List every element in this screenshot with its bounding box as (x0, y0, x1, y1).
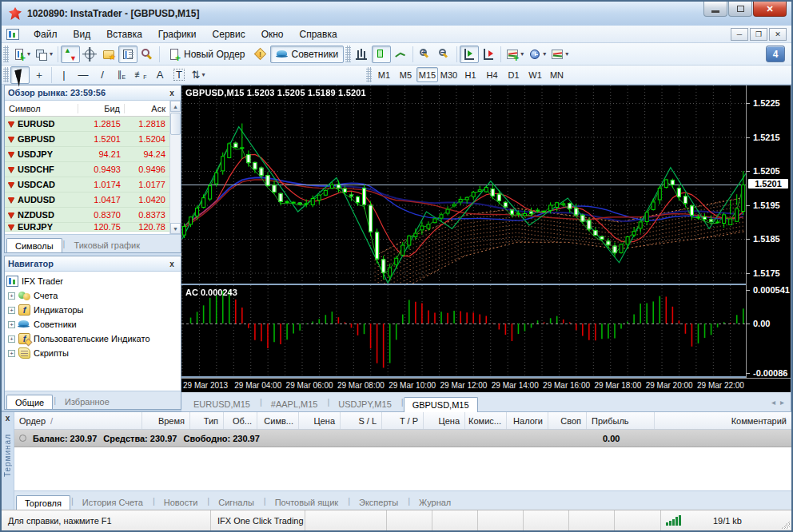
mdi-restore-button[interactable]: ❐ (750, 28, 767, 41)
chart-shift-button[interactable] (479, 46, 498, 63)
zoom-out-button[interactable] (435, 46, 454, 63)
market-watch-row[interactable]: EURJPY120.75120.78 (5, 223, 169, 232)
market-watch-toggle-button[interactable] (61, 46, 80, 63)
mailbox-notification-button[interactable]: 4 (766, 46, 785, 62)
expand-icon[interactable]: + (8, 307, 15, 314)
terminal-tab-журнал[interactable]: Журнал (410, 494, 460, 510)
terminal-column-0[interactable]: Ордер / (14, 412, 142, 429)
terminal-column-5[interactable]: Цена (299, 412, 341, 429)
navigator-toggle-button[interactable] (99, 46, 118, 63)
crosshair-tool-button[interactable]: ＋ (30, 66, 49, 84)
menu-item-сервис[interactable]: Сервис (205, 27, 253, 42)
candlestick-mode-button[interactable] (372, 46, 391, 63)
timeframe-button-m15[interactable]: M15 (416, 67, 438, 82)
terminal-tab-торговля[interactable]: Торговля (16, 495, 70, 510)
expand-icon[interactable]: + (8, 292, 15, 300)
market-watch-row[interactable]: EURUSD1.28151.2818 (5, 117, 169, 132)
terminal-tab-новости[interactable]: Новости (155, 494, 207, 510)
tree-item-scripts[interactable]: +Скрипты (6, 346, 179, 360)
tree-root[interactable]: IFX Trader (6, 274, 179, 288)
chart-tab-usdjpy-m15[interactable]: USDJPY,M15 (329, 396, 400, 411)
tree-item-accounts[interactable]: +Счета (6, 288, 179, 303)
market-watch-row[interactable]: USDJPY94.2194.24 (5, 147, 169, 162)
timeframe-button-m1[interactable]: M1 (373, 67, 395, 82)
terminal-tab-история-счета[interactable]: История Счета (74, 494, 152, 510)
terminal-toggle-button[interactable] (118, 46, 137, 63)
text-label-tool-button[interactable]: T (169, 66, 189, 84)
market-watch-row[interactable]: USDCHF0.94930.9496 (5, 162, 169, 177)
terminal-column-12[interactable]: Прибыль (587, 412, 655, 429)
chart-tab-#aapl-m15[interactable]: #AAPL,M15 (262, 396, 327, 411)
terminal-tab-сигналы[interactable]: Сигналы (209, 494, 263, 510)
terminal-column-6[interactable]: S / L (341, 412, 382, 429)
timeframe-button-h4[interactable]: H4 (481, 67, 503, 82)
line-chart-mode-button[interactable] (391, 46, 410, 63)
horizontal-line-tool-button[interactable]: — (74, 66, 93, 84)
menu-item-файл[interactable]: Файл (26, 27, 66, 42)
terminal-column-13[interactable]: Комментарий (655, 412, 791, 429)
terminal-column-10[interactable]: Налоги (507, 412, 548, 429)
timeframe-button-h1[interactable]: H1 (460, 67, 481, 82)
market-watch-row[interactable]: USDCAD1.01741.0177 (5, 177, 169, 193)
market-watch-row[interactable]: AUDUSD1.04171.0420 (5, 193, 169, 208)
new-order-button[interactable]: +Новый Ордер (162, 46, 250, 63)
timeframe-button-mn[interactable]: MN (546, 67, 568, 82)
timeframe-button-m30[interactable]: M30 (438, 67, 460, 82)
tree-item-custom-indicators[interactable]: +Пользовательские Индикато (6, 332, 179, 346)
market-watch-tab-тиковый-график[interactable]: Тиковый график (65, 237, 149, 252)
expand-icon[interactable]: + (8, 335, 15, 343)
toolbar-grip[interactable] (345, 46, 351, 63)
close-button[interactable]: ✕ (753, 2, 787, 17)
expert-advisors-button[interactable]: Советники (270, 46, 345, 63)
auto-scroll-button[interactable] (460, 46, 479, 63)
market-watch-scrollbar[interactable]: ▲ ▼ (169, 101, 181, 234)
channel-tool-button[interactable]: ∥E (112, 66, 131, 84)
metaeditor-button[interactable] (251, 46, 270, 63)
navigator-close-icon[interactable]: x (166, 260, 177, 268)
vertical-line-tool-button[interactable]: | (54, 66, 74, 84)
chart-tab-eurusd-m15[interactable]: EURUSD,M15 (185, 396, 259, 411)
market-watch-row[interactable]: NZDUSD0.83700.8373 (5, 208, 169, 223)
terminal-close-icon[interactable]: x (6, 414, 10, 423)
navigator-tab-общие[interactable]: Общие (6, 395, 53, 410)
menu-item-графики[interactable]: Графики (150, 27, 205, 42)
scroll-right-icon[interactable]: ▸ (780, 398, 784, 407)
one-click-trading-cell[interactable]: IFX One Click Trading (211, 510, 305, 530)
strategy-tester-button[interactable] (137, 46, 157, 63)
timeframe-button-w1[interactable]: W1 (524, 67, 546, 82)
menu-item-окно[interactable]: Окно (253, 27, 292, 42)
tree-item-advisors[interactable]: +Советники (6, 317, 179, 332)
periods-button[interactable]: ▾ (526, 46, 548, 63)
price-chart-canvas[interactable] (181, 85, 746, 284)
arrows-tool-button[interactable]: ⇅▾ (189, 66, 208, 84)
toolbar-grip[interactable] (366, 67, 372, 81)
terminal-column-4[interactable]: Симв... (257, 412, 299, 429)
toolbar-grip[interactable] (3, 67, 9, 81)
mdi-minimize-button[interactable]: ─ (731, 28, 748, 41)
market-watch-row[interactable]: GBPUSD1.52011.5204 (5, 132, 169, 147)
text-tool-button[interactable]: A (150, 66, 169, 84)
fibonacci-tool-button[interactable]: ≢F (131, 66, 150, 84)
profiles-button[interactable]: ▾ (33, 46, 55, 63)
scroll-down-icon[interactable]: ▼ (170, 223, 181, 234)
scroll-thumb[interactable] (170, 113, 181, 135)
ac-indicator-canvas[interactable] (181, 285, 746, 376)
indicators-button[interactable]: +▾ (504, 46, 526, 63)
terminal-column-7[interactable]: T / P (382, 412, 424, 429)
chart-tab-gbpusd-m15[interactable]: GBPUSD,M15 (404, 397, 478, 412)
terminal-column-11[interactable]: Своп (548, 412, 587, 429)
timeframe-button-m5[interactable]: M5 (395, 67, 416, 82)
scroll-left-icon[interactable]: ◂ (771, 398, 775, 407)
timeframe-button-d1[interactable]: D1 (503, 67, 524, 82)
market-watch-tab-символы[interactable]: Символы (6, 238, 62, 253)
cursor-tool-button[interactable] (10, 66, 30, 84)
menu-item-вид[interactable]: Вид (66, 27, 99, 42)
terminal-column-9[interactable]: Комис... (465, 412, 507, 429)
minimize-button[interactable] (703, 2, 727, 17)
expand-icon[interactable]: + (8, 350, 15, 357)
zoom-in-button[interactable] (416, 46, 435, 63)
data-window-button[interactable] (80, 46, 99, 63)
menu-item-справка[interactable]: Справка (292, 27, 345, 42)
navigator-tab-избранное[interactable]: Избранное (56, 394, 118, 409)
tree-item-indicators[interactable]: +Индикаторы (6, 303, 179, 317)
